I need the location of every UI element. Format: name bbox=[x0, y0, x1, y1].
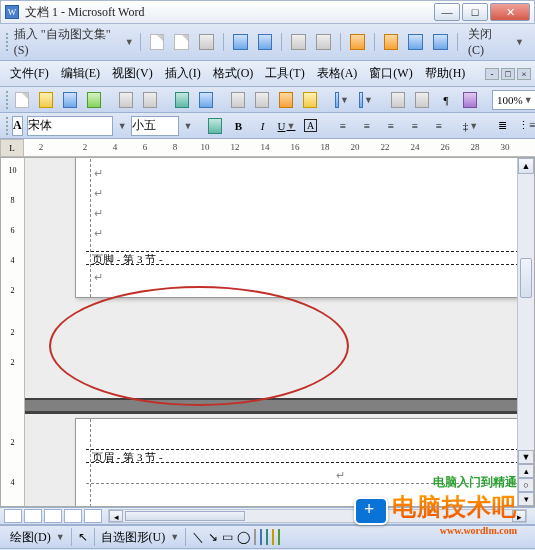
font-name-combo[interactable] bbox=[27, 116, 113, 136]
insert-picture-button[interactable] bbox=[278, 530, 280, 545]
switch-header-footer-button[interactable] bbox=[381, 32, 402, 52]
select-browse-object-button[interactable]: ○ bbox=[518, 478, 534, 492]
distribute-button[interactable]: ≡ bbox=[429, 116, 449, 136]
permission-button[interactable] bbox=[84, 90, 104, 110]
menu-file[interactable]: 文件(F) bbox=[4, 63, 55, 84]
header-section-label: 页眉 - 第 3 节 - bbox=[86, 449, 535, 463]
menu-format[interactable]: 格式(O) bbox=[207, 63, 260, 84]
zoom-combo[interactable]: 100%▼ bbox=[492, 90, 535, 110]
columns-button[interactable] bbox=[412, 90, 432, 110]
phonetic-button[interactable] bbox=[205, 116, 225, 136]
page-count-button[interactable] bbox=[171, 32, 192, 52]
scroll-up-button[interactable]: ▲ bbox=[518, 158, 534, 174]
oval-tool-button[interactable]: ◯ bbox=[237, 530, 250, 545]
menu-edit[interactable]: 编辑(E) bbox=[55, 63, 106, 84]
doc-restore-button[interactable]: □ bbox=[501, 68, 515, 80]
same-as-previous-button[interactable] bbox=[347, 32, 368, 52]
copy-button[interactable] bbox=[252, 90, 272, 110]
print-preview-button[interactable] bbox=[140, 90, 160, 110]
menu-tools[interactable]: 工具(T) bbox=[259, 63, 310, 84]
outline-view-button[interactable] bbox=[64, 509, 82, 523]
page-number-button[interactable] bbox=[147, 32, 168, 52]
std-grip[interactable] bbox=[6, 91, 8, 109]
window-minimize-button[interactable]: — bbox=[434, 3, 460, 21]
research-button[interactable] bbox=[196, 90, 216, 110]
date-button[interactable] bbox=[230, 32, 251, 52]
toolbar-grip[interactable] bbox=[6, 33, 10, 51]
align-center-button[interactable]: ≡ bbox=[357, 116, 377, 136]
doc-minimize-button[interactable]: - bbox=[485, 68, 499, 80]
justify-button[interactable]: ≡ bbox=[405, 116, 425, 136]
scroll-right-button[interactable]: ▸ bbox=[512, 510, 526, 522]
underline-button[interactable]: U▼ bbox=[277, 116, 297, 136]
menu-window[interactable]: 窗口(W) bbox=[363, 63, 418, 84]
normal-view-button[interactable] bbox=[4, 509, 22, 523]
style-dropdown[interactable]: A bbox=[12, 116, 23, 136]
insert-table-button[interactable] bbox=[388, 90, 408, 110]
format-page-number-button[interactable] bbox=[196, 32, 217, 52]
document-canvas[interactable]: 10 8 6 4 2 2 2 2 4 ↵ ↵ ↵ ↵ 页脚 - 第 3 节 - … bbox=[0, 157, 535, 507]
menu-help[interactable]: 帮助(H) bbox=[419, 63, 472, 84]
horizontal-ruler[interactable]: 2 2 4 6 8 10 12 14 16 18 20 22 24 26 28 … bbox=[24, 139, 535, 157]
bullets-button[interactable]: ⋮≡ bbox=[517, 116, 535, 136]
web-view-button[interactable] bbox=[24, 509, 42, 523]
select-objects-button[interactable]: ↖ bbox=[78, 530, 88, 545]
toolbar-options-button[interactable]: ▼ bbox=[509, 32, 529, 52]
scroll-left-button[interactable]: ◂ bbox=[109, 510, 123, 522]
menu-table[interactable]: 表格(A) bbox=[311, 63, 364, 84]
horizontal-scrollbar[interactable]: ◂ ▸ bbox=[108, 509, 527, 523]
prev-page-button[interactable]: ▴ bbox=[518, 464, 534, 478]
autoshapes-menu[interactable]: 自选图形(U) bbox=[101, 529, 166, 546]
char-border-button[interactable]: A bbox=[301, 116, 321, 136]
page-setup-button[interactable] bbox=[288, 32, 309, 52]
scroll-thumb[interactable] bbox=[520, 258, 532, 298]
menu-insert[interactable]: 插入(I) bbox=[159, 63, 207, 84]
redo-button[interactable]: ▼ bbox=[356, 90, 376, 110]
align-left-button[interactable]: ≡ bbox=[333, 116, 353, 136]
next-page-button[interactable]: ▾ bbox=[518, 492, 534, 506]
arrow-tool-button[interactable]: ↘ bbox=[208, 530, 218, 545]
open-button[interactable] bbox=[36, 90, 56, 110]
new-doc-button[interactable] bbox=[12, 90, 32, 110]
show-next-button[interactable] bbox=[430, 32, 451, 52]
bold-button[interactable]: B bbox=[229, 116, 249, 136]
scroll-down-button[interactable]: ▼ bbox=[518, 450, 534, 464]
vertical-ruler[interactable]: 10 8 6 4 2 2 2 2 4 bbox=[1, 158, 25, 506]
print-button[interactable] bbox=[116, 90, 136, 110]
clipart-button[interactable] bbox=[272, 530, 274, 545]
align-right-button[interactable]: ≡ bbox=[381, 116, 401, 136]
numbering-button[interactable]: ≣ bbox=[493, 116, 513, 136]
italic-button[interactable]: I bbox=[253, 116, 273, 136]
close-header-footer-button[interactable]: 关闭(C) bbox=[468, 26, 505, 58]
doc-map-button[interactable] bbox=[460, 90, 480, 110]
textbox-button[interactable] bbox=[254, 530, 256, 545]
ruler-corner[interactable]: L bbox=[0, 139, 24, 157]
show-previous-button[interactable] bbox=[405, 32, 426, 52]
reading-view-button[interactable] bbox=[84, 509, 102, 523]
menu-view[interactable]: 视图(V) bbox=[106, 63, 159, 84]
format-painter-button[interactable] bbox=[300, 90, 320, 110]
paste-button[interactable] bbox=[276, 90, 296, 110]
window-maximize-button[interactable]: □ bbox=[462, 3, 488, 21]
window-close-button[interactable]: ✕ bbox=[490, 3, 530, 21]
spellcheck-button[interactable] bbox=[172, 90, 192, 110]
save-button[interactable] bbox=[60, 90, 80, 110]
font-size-combo[interactable] bbox=[131, 116, 179, 136]
show-hide-doc-text-button[interactable] bbox=[313, 32, 334, 52]
doc-close-button[interactable]: × bbox=[517, 68, 531, 80]
hscroll-thumb[interactable] bbox=[125, 511, 245, 521]
print-layout-view-button[interactable] bbox=[44, 509, 62, 523]
line-spacing-button[interactable]: ‡▼ bbox=[461, 116, 481, 136]
insert-autotext-menu[interactable]: 插入 "自动图文集" (S) bbox=[14, 26, 120, 58]
draw-menu[interactable]: 绘图(D) bbox=[10, 529, 51, 546]
fmt-grip[interactable] bbox=[6, 117, 8, 135]
time-button[interactable] bbox=[255, 32, 276, 52]
rectangle-tool-button[interactable]: ▭ bbox=[222, 530, 233, 545]
show-hide-marks-button[interactable]: ¶ bbox=[436, 90, 456, 110]
line-tool-button[interactable]: ＼ bbox=[192, 529, 204, 546]
vertical-scrollbar[interactable]: ▲ ▼ ▴ ○ ▾ bbox=[517, 158, 534, 506]
wordart-button[interactable] bbox=[260, 530, 262, 545]
diagram-button[interactable] bbox=[266, 530, 268, 545]
undo-button[interactable]: ▼ bbox=[332, 90, 352, 110]
cut-button[interactable] bbox=[228, 90, 248, 110]
